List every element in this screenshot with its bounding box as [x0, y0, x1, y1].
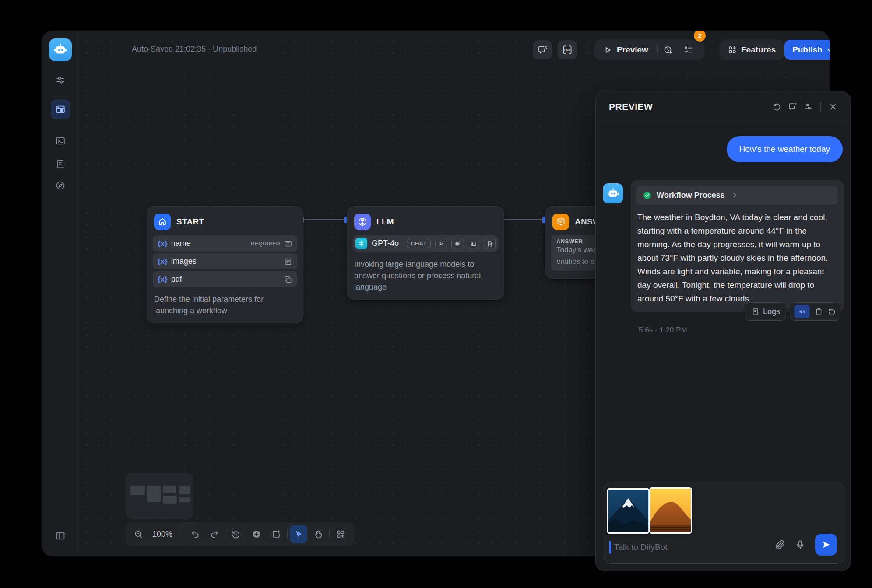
chat-input-box[interactable]: [604, 483, 844, 564]
speaker-icon: [798, 308, 806, 316]
add-note-button[interactable]: [267, 525, 285, 543]
chat-area[interactable]: How's the weather today Workflow Process…: [596, 122, 851, 479]
copy-button[interactable]: [815, 308, 823, 316]
node-start-header: START: [147, 206, 303, 234]
message-meta: 5.6s · 1:20 PM: [639, 326, 687, 335]
start-var-images[interactable]: {x} images: [153, 253, 297, 270]
input-actions: [775, 534, 837, 556]
toolbar-separator: [587, 46, 587, 54]
preview-settings-button[interactable]: [800, 99, 816, 115]
llm-model-name: GPT-4o: [372, 239, 402, 248]
zoom-level[interactable]: 100%: [147, 530, 178, 539]
bot-avatar: [603, 183, 623, 203]
bot-reply-text: The weather in Boydton, VA today is clea…: [636, 205, 840, 305]
play-icon: [603, 46, 612, 55]
logs-button[interactable]: Logs: [745, 302, 786, 321]
annotation-button[interactable]: [533, 40, 552, 60]
paperclip-icon: [775, 539, 785, 550]
terminal-icon: [55, 136, 66, 146]
regenerate-button[interactable]: [828, 308, 836, 316]
clipboard-icon: [815, 308, 823, 316]
preview-button-label: Preview: [617, 45, 648, 55]
files-icon: [284, 275, 292, 284]
checklist-icon: [683, 45, 693, 55]
send-icon: [821, 539, 831, 550]
publish-button[interactable]: Publish: [784, 40, 830, 60]
variable-name: name: [171, 239, 247, 248]
home-icon: [154, 214, 171, 230]
preview-panel-header: PREVIEW: [596, 91, 851, 122]
variable-token: {x}: [158, 275, 168, 284]
preview-annotation-button[interactable]: [784, 99, 800, 115]
canvas-minimap[interactable]: [126, 473, 193, 519]
close-preview-button[interactable]: [825, 99, 841, 115]
toolbar-separator: [329, 530, 330, 539]
start-var-pdf[interactable]: {x} pdf: [153, 271, 297, 287]
restart-icon: [772, 102, 781, 111]
collapse-sidebar-button[interactable]: [51, 527, 70, 545]
app-logo[interactable]: [49, 38, 72, 61]
organize-nodes-button[interactable]: [332, 525, 349, 543]
sidebar-item-orchestrate[interactable]: [51, 100, 70, 119]
attach-file-button[interactable]: [775, 539, 785, 550]
message-action-bar: Logs: [745, 302, 840, 321]
text-input-icon: [284, 239, 292, 248]
undo-button[interactable]: [186, 525, 204, 543]
success-check-icon: [643, 191, 652, 200]
sidebar-item-api[interactable]: [51, 132, 70, 150]
attached-image-sunset[interactable]: [649, 487, 692, 534]
checklist-button[interactable]: [679, 45, 698, 55]
text-to-speech-button[interactable]: [794, 305, 810, 318]
node-llm-description: Invoking large language models to answer…: [347, 252, 504, 293]
preview-button[interactable]: Preview: [594, 45, 657, 55]
llm-icon: [354, 214, 371, 230]
text-caret: [609, 541, 611, 554]
sidebar-item-logs[interactable]: [51, 155, 70, 173]
publish-button-label: Publish: [792, 45, 823, 55]
workflow-process-label: Workflow Process: [657, 191, 725, 200]
env-variables-button[interactable]: ENV: [558, 40, 577, 60]
env-label: ENV: [564, 48, 571, 52]
required-badge: REQUIRED: [251, 241, 280, 247]
paragraph-icon: [284, 257, 292, 266]
retry-icon: [828, 308, 836, 316]
llm-model-row[interactable]: GPT-4o CHAT: [353, 235, 498, 252]
hand-mode-button[interactable]: [309, 525, 327, 543]
start-var-name[interactable]: {x} name REQUIRED: [153, 235, 297, 252]
zoom-out-button[interactable]: [130, 525, 147, 543]
edge-start-llm: [303, 219, 347, 220]
chevron-right-icon: [731, 191, 738, 199]
sliders-icon: [55, 75, 66, 85]
logs-icon: [751, 308, 759, 316]
redo-button[interactable]: [206, 525, 223, 543]
sidebar-item-monitoring[interactable]: [51, 176, 70, 195]
send-button[interactable]: [815, 534, 837, 556]
restart-conversation-button[interactable]: [769, 99, 784, 115]
node-llm[interactable]: LLM GPT-4o CHAT: [347, 206, 504, 300]
variable-name: images: [171, 257, 280, 266]
chat-x-icon: [537, 45, 548, 55]
attached-image-fuji[interactable]: [607, 488, 650, 534]
audio-capability-icon: [451, 238, 463, 249]
answer-icon: [552, 214, 569, 230]
compass-icon: [55, 180, 66, 191]
features-icon: [728, 45, 737, 55]
image-capability-icon: [435, 238, 447, 249]
run-history-button[interactable]: [658, 45, 679, 55]
preview-panel-title: PREVIEW: [609, 102, 769, 112]
add-node-button[interactable]: [248, 525, 265, 543]
node-start-description: Define the initial parameters for launch…: [147, 287, 303, 316]
pointer-mode-button[interactable]: [290, 525, 307, 543]
node-start[interactable]: START {x} name REQUIRED {x} images {x} p…: [147, 206, 303, 323]
node-tools: [243, 523, 354, 546]
chat-input[interactable]: [613, 542, 759, 553]
edit-controls: [182, 523, 249, 546]
workflow-process-toggle[interactable]: Workflow Process: [636, 186, 838, 205]
change-history-button[interactable]: [227, 525, 245, 543]
logs-button-label: Logs: [763, 307, 780, 316]
features-button-label: Features: [741, 45, 776, 55]
features-button[interactable]: Features: [720, 40, 784, 60]
voice-input-button[interactable]: [795, 539, 805, 550]
sidebar-item-settings[interactable]: [51, 71, 70, 89]
sliders-icon: [804, 102, 813, 111]
